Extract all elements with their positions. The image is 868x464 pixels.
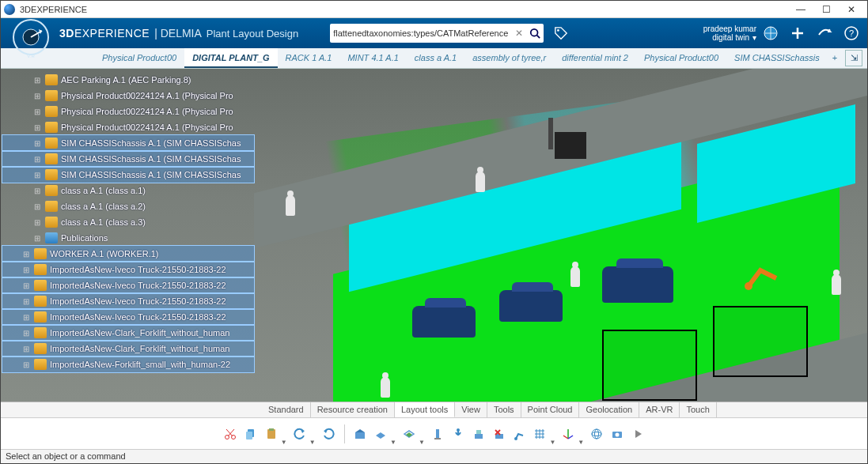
minimize-button[interactable]: — [788,2,813,17]
tree-item[interactable]: ⊞ImportedAsNew-Forklift_small_with_human… [2,356,254,372]
tree-item[interactable]: ⊞class a A.1 (class a.3) [2,214,254,230]
tag-icon[interactable] [552,24,570,43]
expand-icon[interactable]: ⊞ [32,171,42,179]
clear-search-icon[interactable]: ✕ [512,28,526,39]
action-tab[interactable]: Point Cloud [521,402,580,417]
expand-icon[interactable]: ⊞ [32,139,42,148]
action-tab[interactable]: Layout tools [395,402,455,417]
expand-icon[interactable]: ⊞ [32,76,42,85]
tree-item[interactable]: ⊞ImportedAsNew-Clark_Forklift_without_hu… [2,341,254,356]
area-button[interactable] [401,424,417,444]
close-button[interactable]: ✕ [839,2,864,17]
expand-icon[interactable]: ⊞ [32,92,42,100]
capture-button[interactable] [609,424,625,444]
view-globe-button[interactable] [589,424,605,444]
search-icon[interactable] [529,28,540,39]
tree-item[interactable]: ⊞Publications [2,230,254,246]
doc-tab[interactable]: MINT 4.1 A.1 [339,48,406,68]
expand-icon[interactable]: ⊞ [21,313,31,322]
doc-tab[interactable]: SIM CHASSISchassis [726,48,828,68]
action-tab[interactable]: Standard [262,402,311,417]
tree-item[interactable]: ⊞WORKER A.1 (WORKER.1) [2,246,254,262]
tree-item[interactable]: ⊞ImportedAsNew-Iveco Truck-21550-21883-2… [2,293,254,309]
tree-item[interactable]: ⊞class a A.1 (class a.1) [2,183,254,198]
status-text: Select an object or a command [6,451,126,461]
tree-item[interactable]: ⊞Physical Product00224124 A.1 (Physical … [2,88,254,104]
node-icon [45,232,58,243]
doc-tab[interactable]: Physical Product00 [94,48,184,68]
expand-icon[interactable]: ⊞ [32,218,42,227]
tree-item[interactable]: ⊞AEC Parking A.1 (AEC Parking.8) [2,72,254,88]
redo-button[interactable] [320,424,336,444]
expand-icon[interactable]: ⊞ [21,281,31,290]
expand-icon[interactable]: ⊞ [21,345,31,353]
compass-icon[interactable]: V.R [7,13,55,61]
action-tab[interactable]: Resource creation [311,402,395,417]
tree-item[interactable]: ⊞SIM CHASSISchassis A.1 (SIM CHASSISchas [2,151,254,167]
app-header: V.R 3DEXPERIENCE | DELMIA Plant Layout D… [1,18,867,48]
tree-item[interactable]: ⊞ImportedAsNew-Iveco Truck-21550-21883-2… [2,262,254,277]
floor-dropdown[interactable]: ▼ [390,439,396,449]
expand-icon[interactable]: ⊞ [32,187,42,195]
insert-resource-button[interactable] [471,424,487,444]
action-tab[interactable]: AR-VR [639,402,680,417]
tree-item[interactable]: ⊞SIM CHASSISchassis A.1 (SIM CHASSISchas [2,135,254,151]
collapse-tabs-icon[interactable]: ⇲ [845,50,862,66]
expand-icon[interactable]: ⊞ [32,202,42,211]
expand-icon[interactable]: ⊞ [21,329,31,338]
undo-button[interactable] [292,424,308,444]
action-tab[interactable]: Tools [487,402,521,417]
home-globe-icon[interactable] [763,25,779,41]
robot-button[interactable] [512,424,528,444]
expand-icon[interactable]: ⊞ [21,297,31,306]
play-more-icon[interactable] [630,424,646,444]
area-dropdown[interactable]: ▼ [419,439,425,449]
paste-button[interactable] [263,424,279,444]
floor-button[interactable] [373,424,389,444]
building-button[interactable] [352,424,368,444]
tree-item[interactable]: ⊞ImportedAsNew-Clark_Forklift_without_hu… [2,325,254,341]
doc-tab[interactable]: RACK 1 A.1 [278,48,340,68]
attach-button[interactable] [450,424,466,444]
paste-dropdown[interactable]: ▼ [281,439,287,449]
tree-item[interactable]: ⊞Physical Product00224124 A.1 (Physical … [2,119,254,135]
copy-button[interactable] [243,424,259,444]
search-box[interactable]: ✕ [330,24,544,43]
doc-tab[interactable]: differential mint 2 [554,48,636,68]
user-block[interactable]: pradeep kumar digital twin▾ [703,25,756,42]
tree-item[interactable]: ⊞ImportedAsNew-Iveco Truck-21550-21883-2… [2,277,254,293]
add-icon[interactable] [790,25,805,41]
action-tab[interactable]: Touch [680,402,716,417]
doc-tab[interactable]: Physical Product00 [636,48,726,68]
expand-icon[interactable]: ⊞ [32,155,42,164]
maximize-button[interactable]: ☐ [813,2,839,17]
tree-item[interactable]: ⊞SIM CHASSISchassis A.1 (SIM CHASSISchas [2,167,254,183]
delete-resource-button[interactable] [491,424,507,444]
axis-button[interactable] [560,424,576,444]
doc-tab[interactable]: class a A.1 [407,48,464,68]
doc-tab[interactable]: DIGITAL PLANT_G [184,48,277,68]
expand-icon[interactable]: ⊞ [21,266,31,274]
new-tab-button[interactable]: + [828,48,842,68]
grid-dropdown[interactable]: ▼ [549,439,555,449]
share-icon[interactable] [817,25,832,41]
undo-dropdown[interactable]: ▼ [309,439,316,449]
grid-button[interactable] [532,424,548,444]
action-tab[interactable]: View [455,402,487,417]
spec-tree[interactable]: ⊞AEC Parking A.1 (AEC Parking.8)⊞Physica… [1,69,256,402]
axis-dropdown[interactable]: ▼ [578,439,584,449]
tree-item[interactable]: ⊞Physical Product00224124 A.1 (Physical … [2,104,254,119]
expand-icon[interactable]: ⊞ [32,123,42,132]
help-icon[interactable]: ? [843,25,859,41]
action-tab[interactable]: Geolocation [579,402,639,417]
doc-tab[interactable]: assembly of tyree,r [464,48,554,68]
expand-icon[interactable]: ⊞ [21,360,31,369]
expand-icon[interactable]: ⊞ [21,250,31,258]
cut-button[interactable] [222,424,238,444]
tree-item[interactable]: ⊞class a A.1 (class a.2) [2,198,254,214]
column-button[interactable] [430,424,445,444]
expand-icon[interactable]: ⊞ [32,234,42,243]
search-input[interactable] [333,28,512,38]
expand-icon[interactable]: ⊞ [32,108,42,116]
tree-item[interactable]: ⊞ImportedAsNew-Iveco Truck-21550-21883-2… [2,309,254,325]
